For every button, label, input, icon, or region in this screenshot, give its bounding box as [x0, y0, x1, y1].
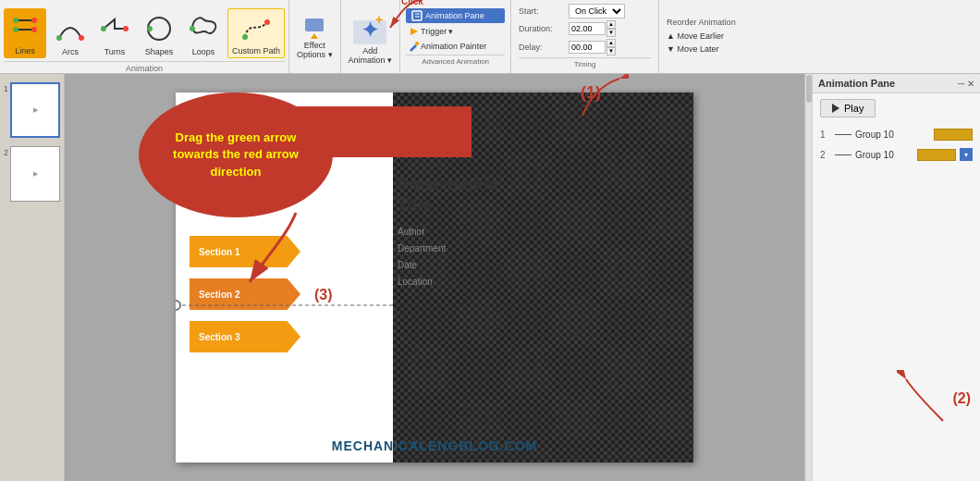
loops-animation[interactable]: Loops: [183, 10, 224, 58]
entry-2-name: Group 10: [855, 150, 913, 160]
entry-1-name: Group 10: [855, 130, 930, 140]
add-animation-label: Add: [362, 46, 377, 56]
painter-icon: [408, 41, 419, 52]
delay-input[interactable]: [569, 41, 606, 54]
section-3[interactable]: Section 3: [190, 321, 300, 352]
shapes-animation[interactable]: Shapes: [139, 10, 179, 58]
delay-up[interactable]: ▲: [606, 39, 616, 47]
svg-point-8: [101, 26, 106, 31]
step2-arrow-svg: [897, 370, 952, 426]
svg-point-7: [79, 35, 84, 41]
timing-section: Start: On Click Duration: ▲ ▼ Delay: ▲ ▼: [511, 0, 659, 73]
lines-animation[interactable]: Lines: [4, 8, 46, 58]
duration-input[interactable]: [569, 22, 606, 35]
animation-pane-label: Animation Pane: [425, 11, 484, 20]
play-label: Play: [844, 103, 864, 114]
start-label: Start:: [519, 6, 565, 16]
entry-1-dash: [835, 134, 851, 135]
duration-up[interactable]: ▲: [606, 20, 616, 29]
svg-point-2: [31, 18, 37, 23]
animation-group: Lines Arcs: [0, 0, 289, 73]
callout-arrow-svg: [240, 208, 314, 291]
custom-path-icon: [239, 11, 273, 44]
slide-1-container: 1 ▶: [4, 82, 60, 138]
advanced-animation-label: Advanced Animation: [406, 55, 505, 66]
delay-down[interactable]: ▼: [606, 47, 616, 56]
turns-svg: [98, 12, 131, 45]
svg-point-12: [190, 26, 195, 31]
step-2-label: (2): [952, 390, 971, 407]
animation-group-label: Animation: [4, 61, 285, 73]
anim-pane-minimize[interactable]: ─: [958, 79, 964, 89]
slide-1-number: 1: [4, 84, 8, 93]
duration-row: Duration: ▲ ▼: [519, 20, 651, 37]
svg-text:Click: Click: [401, 0, 423, 6]
delay-row: Delay: ▲ ▼: [519, 39, 651, 56]
slide-editor: Drag the green arrow towards the red arr…: [65, 74, 804, 481]
entry-2-bar: [917, 149, 956, 161]
step-3-label: (3): [314, 287, 333, 303]
slide-2-number: 2: [4, 148, 8, 157]
anim-pane-header: Animation Pane ─ ✕: [813, 74, 980, 93]
click-arrow-svg: Click: [372, 0, 427, 32]
slide-thumb-2[interactable]: ▶: [10, 146, 60, 202]
play-icon: [832, 104, 839, 113]
entry-2-num: 2: [820, 150, 831, 160]
entry-2-dropdown[interactable]: ▾: [960, 148, 973, 161]
start-select[interactable]: On Click: [569, 4, 625, 18]
play-button[interactable]: Play: [820, 99, 876, 117]
svg-marker-16: [311, 33, 318, 39]
add-animation-button[interactable]: ✦ + Add Animation ▾ Click: [341, 0, 401, 73]
anim-entry-2: 2 Group 10 ▾: [818, 146, 974, 163]
section-3-label: Section 3: [199, 332, 239, 342]
animation-group-inner: Lines Arcs: [4, 8, 285, 73]
callout-bubble: Drag the green arrow towards the red arr…: [139, 92, 333, 217]
arcs-animation[interactable]: Arcs: [50, 10, 91, 58]
move-earlier-button[interactable]: ▲ Move Earlier: [667, 30, 763, 43]
callout-container: Drag the green arrow towards the red arr…: [139, 92, 333, 217]
anim-pane-title: Animation Pane: [818, 78, 895, 89]
turns-animation[interactable]: Turns: [94, 10, 135, 58]
move-later-label: ▼ Move Later: [667, 44, 718, 54]
svg-point-9: [123, 26, 129, 31]
slide-2-container: 2 ▶: [4, 146, 60, 202]
duration-down[interactable]: ▼: [606, 29, 616, 37]
effect-options-button[interactable]: Effect Options ▾: [289, 0, 341, 73]
animation-painter-button[interactable]: Animation Painter: [406, 40, 505, 53]
watermark: MECHANICALENGBLOG.COM: [176, 438, 693, 453]
svg-point-6: [56, 35, 62, 41]
turns-label: Turns: [104, 47, 126, 56]
animation-painter-label: Animation Painter: [421, 42, 486, 51]
slide-thumb-2-label: ▶: [33, 170, 38, 178]
callout-text: Drag the green arrow towards the red arr…: [153, 130, 319, 180]
slide-thumb-1[interactable]: ▶: [10, 82, 60, 138]
turns-icon: [98, 12, 131, 45]
delay-control: ▲ ▼: [569, 39, 616, 56]
custom-path-svg: [239, 11, 273, 44]
svg-point-29: [176, 301, 180, 310]
timing-label-bottom: Timing: [519, 57, 651, 68]
step1-arrow-svg: [573, 74, 629, 120]
scroll-thumb: [806, 75, 812, 103]
loops-icon: [187, 12, 220, 45]
custom-path-animation[interactable]: Custom Path: [227, 8, 285, 58]
svg-point-11: [147, 26, 153, 31]
anim-pane-scrollbar[interactable]: [805, 74, 813, 481]
ribbon: Lines Arcs: [0, 0, 980, 74]
move-earlier-label: ▲ Move Earlier: [667, 31, 724, 41]
main-area: 1 ▶ 2 ▶ Drag the green arrow towards the…: [0, 74, 980, 481]
arcs-svg: [54, 12, 87, 45]
delay-label: Delay:: [519, 43, 565, 52]
anim-pane-close[interactable]: ✕: [967, 79, 974, 89]
loops-svg: [187, 12, 220, 45]
loops-label: Loops: [192, 47, 215, 56]
entry-2-dash: [835, 154, 851, 155]
arcs-label: Arcs: [62, 47, 79, 56]
effect-options-label2: Options ▾: [297, 50, 333, 59]
duration-control: ▲ ▼: [569, 20, 616, 37]
lines-icon: [8, 11, 42, 44]
move-later-button[interactable]: ▼ Move Later: [667, 43, 763, 56]
shapes-svg: [142, 12, 176, 45]
svg-point-5: [31, 27, 37, 32]
slides-panel: 1 ▶ 2 ▶: [0, 74, 65, 481]
